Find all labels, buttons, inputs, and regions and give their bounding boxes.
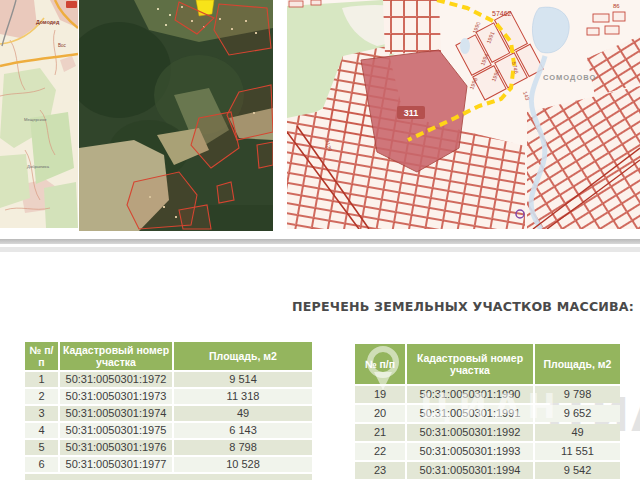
cell-index: 2 [25,389,60,404]
cell-cadastral-number: 50:31:0050301:1973 [60,389,174,404]
cell-cadastral-number: 50:31:0050301:1974 [60,406,174,421]
town-label: Домодед [36,19,60,25]
table-row: 650:31:0050301:197710 528 [25,457,312,472]
table-row: 2350:31:0050301:19949 542 [355,462,620,479]
cell-index: 1 [25,372,60,387]
cell-area: 49 [535,424,620,441]
column-header: № п/п [25,342,60,370]
divider [0,239,640,244]
parcel-grid [383,0,441,54]
cell-cadastral-number: 50:31:0050301:1975 [60,423,174,438]
village-label: Добрыниха [27,164,50,169]
page-title: ПЕРЕЧЕНЬ ЗЕМЕЛЬНЫХ УЧАСТКОВ МАССИВА: [292,299,634,314]
table-header: № п/пКадастровый номер участкаПлощадь, м… [25,342,312,370]
listing-page: Домодед Вос Мещерское Добрыниха [0,0,640,480]
cell-area: 11 551 [535,443,620,460]
column-header: Кадастровый номер участка [60,342,174,370]
table-row: 250:31:0050301:197311 318 [25,389,312,404]
massif-number-label: 311 [404,108,419,118]
cell-cadastral-number: 50:31:0050301:1976 [60,440,174,455]
forest-texture [209,205,273,231]
parcel-table-left: № п/пКадастровый номер участкаПлощадь, м… [25,342,312,472]
pond [460,38,470,54]
table-row: 550:31:0050301:19768 798 [25,440,312,455]
cell-index: 22 [355,443,407,460]
cell-area: 6 143 [174,423,312,438]
cell-cadastral-number: 50:31:0050301:1977 [60,457,174,472]
cian-watermark-ghost: ЦИАН [420,386,563,426]
parcel [289,1,303,7]
map-satellite-thumbnail[interactable] [79,0,273,231]
village-label: Мещерское [24,117,47,122]
map-cadastral-thumbnail[interactable]: 311 57462 86 СОМОДОВО 1990 1991 1994 199… [287,0,640,229]
cell-index: 23 [355,462,407,479]
table-row: 2250:31:0050301:199311 551 [355,443,620,460]
cell-cadastral-number: 50:31:0050301:1992 [407,424,535,441]
table-row-partial [25,474,312,480]
table-row: 450:31:0050301:19756 143 [25,423,312,438]
cell-cadastral-number: 50:31:0050301:1994 [407,462,535,479]
column-header: Кадастровый номер участка [407,344,535,384]
cell-area: 11 318 [174,389,312,404]
column-header: Площадь, м2 [535,344,620,384]
parcel [311,0,321,5]
divider [0,247,640,252]
cell-index: 6 [25,457,60,472]
cell-area: 10 528 [174,457,312,472]
map-topographic-thumbnail[interactable]: Домодед Вос Мещерское Добрыниха [0,0,78,228]
cell-cadastral-number: 50:31:0050301:1972 [60,372,174,387]
quarter-number-label: 57462 [492,10,512,17]
cell-area: 8 798 [174,440,312,455]
road-number-label: 86 [613,3,620,9]
cell-index: 21 [355,424,407,441]
road-badge-icon [66,1,77,8]
cell-index: 3 [25,406,60,421]
district-label: Вос [58,43,67,48]
cell-area: 49 [174,406,312,421]
forest-area [44,182,78,228]
settlement-label: СОМОДОВО [543,73,596,82]
cell-index: 4 [25,423,60,438]
cell-index: 5 [25,440,60,455]
table-row: 350:31:0050301:197449 [25,406,312,421]
table-row: 150:31:0050301:19729 514 [25,372,312,387]
cell-index: 20 [355,405,407,422]
cian-pin-watermark-icon [364,344,402,396]
cell-area: 9 514 [174,372,312,387]
cell-area: 9 542 [535,462,620,479]
column-header: Площадь, м2 [174,342,312,370]
cell-cadastral-number: 50:31:0050301:1993 [407,443,535,460]
table-row: 2150:31:0050301:199249 [355,424,620,441]
